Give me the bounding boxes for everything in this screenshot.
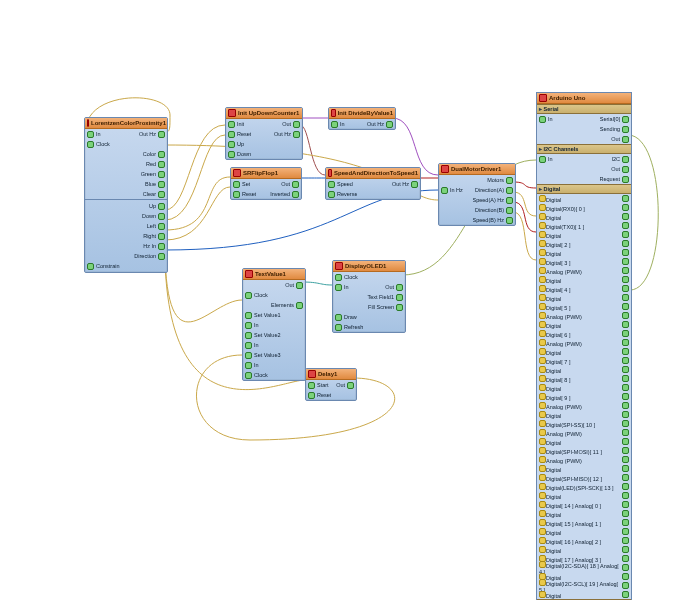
digital-channel[interactable]: Digital — [537, 347, 631, 356]
node-motor[interactable]: DualMotorDriver1 MotorsIn HzDirection(A)… — [438, 163, 516, 226]
digital-channel[interactable]: Digital — [537, 212, 631, 221]
node-colorproximity[interactable]: LorentzenColorProximity1 InOut HzClockCo… — [84, 117, 168, 273]
port-row[interactable]: Speed(B) Hz — [439, 215, 515, 225]
port-row[interactable]: Out — [537, 164, 631, 174]
port-row[interactable]: Set Value2 — [243, 330, 305, 340]
port-row[interactable]: Right — [85, 231, 167, 241]
port-row[interactable]: Direction(B) — [439, 205, 515, 215]
digital-channel[interactable]: Digital[ 2 ] — [537, 239, 631, 248]
digital-channel[interactable]: Digital — [537, 491, 631, 500]
port-row[interactable]: Set Value1 — [243, 310, 305, 320]
port-row[interactable]: Text Field1 — [333, 292, 405, 302]
digital-channel[interactable]: Digital(I2C-SDA)[ 18 ] Analog[ 4 ] — [537, 563, 631, 572]
port-row[interactable]: InitOut — [226, 119, 302, 129]
digital-channel[interactable]: Analog (PWM) — [537, 311, 631, 320]
digital-channel[interactable]: Analog (PWM) — [537, 455, 631, 464]
digital-channel[interactable]: Analog (PWM) — [537, 338, 631, 347]
port-row[interactable]: Reverse — [326, 189, 420, 199]
port-row[interactable]: Up — [85, 201, 167, 211]
digital-channel[interactable]: Digital — [537, 194, 631, 203]
port-row[interactable]: ResetInverted — [231, 189, 301, 199]
port-row[interactable]: Clock — [85, 139, 167, 149]
digital-channel[interactable]: Digital(LED)(SPI-SCK)[ 13 ] — [537, 482, 631, 491]
port-row[interactable]: Motors — [439, 175, 515, 185]
port-row[interactable]: Elements — [243, 300, 305, 310]
port-row[interactable]: Color — [85, 149, 167, 159]
port-row[interactable]: ResetOut Hz — [226, 129, 302, 139]
port-row[interactable]: Down — [85, 211, 167, 221]
digital-channel[interactable]: Digital(RX0)[ 0 ] — [537, 203, 631, 212]
port-row[interactable]: Set Value3 — [243, 350, 305, 360]
port-row[interactable]: Red — [85, 159, 167, 169]
digital-channel[interactable]: Digital — [537, 275, 631, 284]
digital-channel[interactable]: Digital[ 7 ] — [537, 356, 631, 365]
port-row[interactable]: SetOut — [231, 179, 301, 189]
port-row[interactable]: In — [243, 360, 305, 370]
port-row[interactable]: Clock — [333, 272, 405, 282]
port-row[interactable]: SpeedOut Hz — [326, 179, 420, 189]
port-row[interactable]: InOut — [333, 282, 405, 292]
digital-channel[interactable]: Digital(SPI-MISO)[ 12 ] — [537, 473, 631, 482]
digital-channel[interactable]: Digital — [537, 248, 631, 257]
port-row[interactable]: In — [243, 340, 305, 350]
port-row[interactable]: Blue — [85, 179, 167, 189]
digital-channel[interactable]: Digital — [537, 383, 631, 392]
digital-channel[interactable]: Digital[ 14 ] Analog[ 0 ] — [537, 500, 631, 509]
port-row[interactable]: Out — [243, 280, 305, 290]
port-row[interactable]: Request — [537, 174, 631, 184]
digital-channel[interactable]: Digital(SPI-SS)[ 10 ] — [537, 419, 631, 428]
port-row[interactable]: Refresh — [333, 322, 405, 332]
digital-channel[interactable]: Digital(I2C-SCL)[ 19 ] Analog[ 5 ] — [537, 581, 631, 590]
port-row[interactable]: Draw — [333, 312, 405, 322]
port-row[interactable]: Out — [537, 134, 631, 144]
digital-channel[interactable]: Digital — [537, 320, 631, 329]
port-row[interactable]: Reset — [306, 390, 356, 400]
digital-channel[interactable]: Digital[ 16 ] Analog[ 2 ] — [537, 536, 631, 545]
digital-channel[interactable]: Digital[ 15 ] Analog[ 1 ] — [537, 518, 631, 527]
digital-channel[interactable]: Digital — [537, 545, 631, 554]
digital-channel[interactable]: Digital[ 8 ] — [537, 374, 631, 383]
port-row[interactable]: Down — [226, 149, 302, 159]
node-dividebyvalue[interactable]: Init DivideByValue1 InOut Hz — [328, 107, 396, 130]
digital-channel[interactable]: Digital(SPI-MOSI)[ 11 ] — [537, 446, 631, 455]
node-textvalue[interactable]: TextValue1 OutClockElementsSet Value1InS… — [242, 268, 306, 381]
node-updowncounter[interactable]: Init UpDownCounter1 InitOutResetOut HzUp… — [225, 107, 303, 160]
digital-channel[interactable]: Digital — [537, 230, 631, 239]
port-row[interactable]: Clock — [243, 370, 305, 380]
port-row[interactable]: Sending — [537, 124, 631, 134]
node-srflipflop[interactable]: SRFlipFlop1 SetOutResetInverted — [230, 167, 302, 200]
port-row[interactable]: Left — [85, 221, 167, 231]
digital-channel[interactable]: Digital[ 3 ] — [537, 257, 631, 266]
digital-channel[interactable]: Digital — [537, 293, 631, 302]
port-row[interactable]: Speed(A) Hz — [439, 195, 515, 205]
port-row[interactable]: StartOut — [306, 380, 356, 390]
digital-channel[interactable]: Digital[ 5 ] — [537, 302, 631, 311]
port-row[interactable]: InOut Hz — [85, 129, 167, 139]
port-row[interactable]: Hz In — [85, 241, 167, 251]
port-row[interactable]: InSerial[0] — [537, 114, 631, 124]
digital-channel[interactable]: Digital — [537, 464, 631, 473]
port-row[interactable]: InOut Hz — [329, 119, 395, 129]
node-speeddir[interactable]: SpeedAndDirectionToSpeed1 SpeedOut HzRev… — [325, 167, 421, 200]
digital-channel[interactable]: Digital — [537, 527, 631, 536]
digital-channel[interactable]: Digital — [537, 437, 631, 446]
port-row[interactable]: Green — [85, 169, 167, 179]
digital-channel[interactable]: Digital — [537, 365, 631, 374]
port-row[interactable]: In HzDirection(A) — [439, 185, 515, 195]
digital-channel[interactable]: Digital[ 6 ] — [537, 329, 631, 338]
port-row[interactable]: Up — [226, 139, 302, 149]
node-delay[interactable]: Delay1 StartOutReset — [305, 368, 357, 401]
digital-channel[interactable]: Analog (PWM) — [537, 428, 631, 437]
digital-channel[interactable]: Analog (PWM) — [537, 266, 631, 275]
port-row[interactable]: Clear — [85, 189, 167, 199]
digital-channel[interactable]: Digital — [537, 509, 631, 518]
port-row[interactable]: InI2C — [537, 154, 631, 164]
digital-channel[interactable]: Digital(TX0)[ 1 ] — [537, 221, 631, 230]
node-display[interactable]: DisplayOLED1 ClockInOutText Field1Fill S… — [332, 260, 406, 333]
port-row[interactable]: Direction — [85, 251, 167, 261]
port-row[interactable]: Fill Screen — [333, 302, 405, 312]
digital-channel[interactable]: Digital[ 9 ] — [537, 392, 631, 401]
digital-channel[interactable]: Digital — [537, 410, 631, 419]
digital-channel[interactable]: Analog (PWM) — [537, 401, 631, 410]
port-row[interactable]: Constrain — [85, 261, 167, 271]
